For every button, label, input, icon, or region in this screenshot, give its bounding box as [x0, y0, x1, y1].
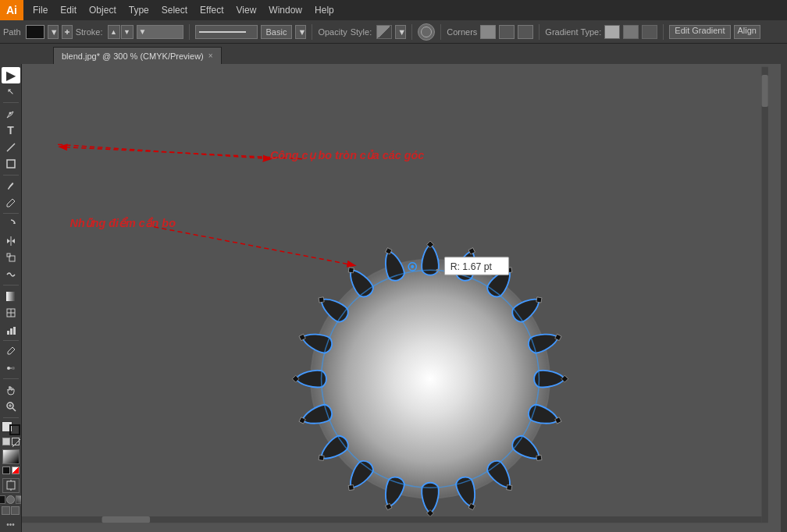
gradient-fill-preview[interactable] [2, 449, 20, 464]
menu-view[interactable]: View [230, 0, 263, 20]
type-tool-button[interactable]: T [2, 122, 20, 139]
svg-rect-60 [102, 516, 151, 523]
menu-effect[interactable]: Effect [194, 0, 230, 20]
scale-tool-button[interactable] [2, 250, 20, 266]
sep6 [663, 24, 664, 40]
tab-bar: blend.jpg* @ 300 % (CMYK/Preview) × [0, 44, 787, 64]
menu-help[interactable]: Help [308, 0, 340, 20]
paintbrush-tool-button[interactable] [2, 178, 20, 194]
stroke-label: Stroke: [76, 27, 103, 37]
bottom-tools-2 [2, 506, 20, 515]
tool-sep-7 [3, 417, 19, 418]
corner-btn-3[interactable] [518, 25, 533, 39]
rotate-tool-button[interactable] [2, 216, 20, 232]
gradient-swatch-1[interactable] [604, 25, 620, 39]
corners-label: Corners [447, 27, 477, 37]
menu-type[interactable]: Type [123, 0, 155, 20]
menu-bar: Ai File Edit Object Type Select Effect V… [0, 0, 787, 20]
stroke-up[interactable]: ▲ [108, 25, 120, 39]
color-icon[interactable] [12, 466, 20, 474]
svg-rect-41 [507, 485, 512, 491]
solid-color-icon[interactable] [2, 438, 10, 445]
tool-extra-2[interactable] [11, 506, 20, 515]
right-panel [781, 64, 787, 532]
fill-stroke-widget[interactable] [2, 421, 20, 434]
svg-rect-40 [536, 455, 542, 460]
tab-close-button[interactable]: × [208, 51, 213, 60]
warp-tool-button[interactable] [2, 267, 20, 283]
gradient-swatch-2[interactable] [623, 25, 639, 39]
rectangle-tool-button[interactable] [2, 156, 20, 172]
zoom-tool-button[interactable] [2, 399, 20, 415]
gradient-tool-button[interactable] [2, 288, 20, 304]
svg-point-15 [7, 367, 10, 370]
fill-dropdown[interactable]: ▼ [48, 25, 59, 39]
stroke-type-dropdown[interactable]: ▼ [137, 25, 183, 39]
more-tools[interactable]: ••• [6, 520, 15, 529]
svg-point-16 [12, 367, 15, 370]
gradient-swatch-3[interactable] [642, 25, 657, 39]
tool-sep-1 [3, 102, 19, 103]
menu-window[interactable]: Window [262, 0, 308, 20]
pencil-tool-button[interactable] [2, 194, 20, 211]
direct-select-tool-button[interactable]: ↖ [2, 84, 20, 101]
select-tool-button[interactable]: ▶ [2, 67, 20, 83]
mesh-tool-button[interactable] [2, 305, 20, 321]
canvas-svg: ↖ R: 1.67 pt Công cụ bo tròn của các góc… [22, 64, 775, 526]
tool-sep-2 [3, 175, 19, 176]
style-dropdown[interactable]: ▼ [395, 25, 406, 39]
svg-rect-57 [762, 67, 768, 523]
menu-file[interactable]: File [27, 0, 54, 20]
tooltip-text: R: 1.67 pt [450, 261, 493, 272]
tool-sep-4 [3, 285, 19, 286]
sep5 [539, 24, 540, 40]
main-layout: ▶ ↖ T [0, 64, 787, 532]
hand-tool-button[interactable] [2, 381, 20, 398]
svg-rect-58 [762, 75, 768, 107]
pen-tool-button[interactable] [2, 105, 20, 122]
stroke-preview [195, 25, 258, 39]
tool-sep-5 [3, 340, 19, 341]
edit-gradient-button[interactable]: Edit Gradient [669, 25, 730, 39]
left-toolbar: ▶ ↖ T [0, 64, 22, 532]
basic-dropdown[interactable]: ▼ [295, 25, 306, 39]
tool-extra-1[interactable] [2, 506, 10, 515]
gradient-small[interactable] [16, 495, 22, 504]
web-icon [418, 23, 435, 41]
mirror-tool-button[interactable] [2, 232, 20, 249]
style-swatch[interactable] [376, 25, 392, 39]
bar-chart-tool-button[interactable] [2, 322, 20, 339]
line-tool-button[interactable] [2, 139, 20, 155]
corner-btn-2[interactable] [499, 25, 515, 39]
none-icon[interactable] [12, 438, 20, 445]
corner-btn-1[interactable] [480, 25, 496, 39]
stroke-line [199, 31, 246, 33]
menu-select[interactable]: Select [155, 0, 194, 20]
eyedropper-tool-button[interactable] [2, 343, 20, 360]
align-button[interactable]: Align [734, 25, 760, 39]
svg-rect-45 [348, 485, 354, 491]
stroke-down[interactable]: ▼ [121, 25, 134, 39]
svg-rect-7 [6, 292, 16, 301]
blend-tool-button[interactable] [2, 360, 20, 377]
tab-title: blend.jpg* @ 300 % (CMYK/Preview) [62, 51, 204, 61]
document-tab[interactable]: blend.jpg* @ 300 % (CMYK/Preview) × [53, 47, 222, 64]
path-label: Path [3, 27, 21, 37]
annotation-text-2: Những điểm cần bo [70, 217, 176, 229]
black-swatch[interactable] [2, 466, 10, 474]
menu-edit[interactable]: Edit [54, 0, 83, 20]
canvas-area[interactable]: ↖ R: 1.67 pt Công cụ bo tròn của các góc… [22, 64, 781, 532]
fill-options[interactable] [62, 25, 73, 39]
canvas-content: ↖ R: 1.67 pt Công cụ bo tròn của các góc… [22, 64, 775, 526]
annotation-text-1: Công cụ bo tròn của các góc [270, 149, 424, 161]
circle-tool[interactable] [6, 495, 15, 504]
artboard-icon[interactable] [2, 478, 20, 493]
menu-object[interactable]: Object [83, 0, 123, 20]
black-rect[interactable] [0, 495, 5, 504]
color-swatches [2, 466, 20, 474]
basic-button[interactable]: Basic [261, 25, 293, 39]
fill-color-swatch[interactable] [26, 25, 45, 39]
opacity-label: Opacity [318, 27, 347, 37]
svg-rect-46 [319, 455, 324, 460]
tool-sep-6 [3, 378, 19, 379]
